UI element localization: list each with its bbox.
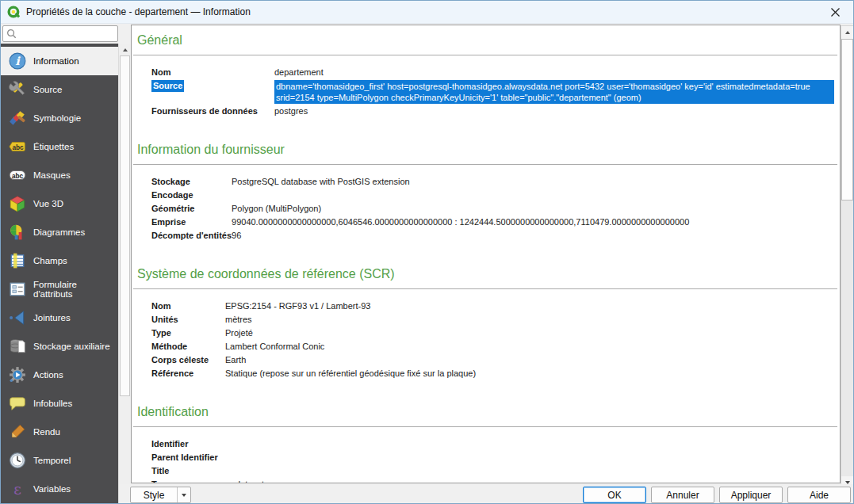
information-panel: Général Nom departement Source dbname='t… xyxy=(131,25,841,483)
section-divider xyxy=(133,426,837,427)
row-value xyxy=(236,451,264,464)
row-value: 96 xyxy=(232,229,689,242)
rendering-icon xyxy=(9,423,26,441)
content-scrollbar[interactable] xyxy=(841,25,854,490)
table-row: Identifier xyxy=(151,437,264,451)
row-value: PostgreSQL database with PostGIS extensi… xyxy=(232,175,689,189)
cancel-button[interactable]: Annuler xyxy=(651,487,714,503)
row-value: departement xyxy=(274,66,834,79)
scrollbar-up-icon[interactable] xyxy=(841,26,853,39)
fields-icon xyxy=(9,252,26,269)
section-crs: Système de coordonnées de référence (SCR… xyxy=(132,267,840,380)
sidebar-item-joins[interactable]: Jointures xyxy=(1,304,118,332)
table-row: MéthodeLambert Conformal Conic xyxy=(151,340,476,353)
row-value: dataset xyxy=(236,478,264,483)
sidebar-item-labels[interactable]: abc Étiquettes xyxy=(1,132,118,161)
section-identification: Identification Identifier Parent Identif… xyxy=(132,405,840,483)
table-row: Décompte d'entités96 xyxy=(151,229,689,242)
sidebar-item-label: Champs xyxy=(33,256,67,265)
row-label: Unités xyxy=(151,313,225,326)
information-icon: i xyxy=(9,52,26,70)
row-value: EPSG:2154 - RGF93 v1 / Lambert-93 xyxy=(225,300,476,313)
sidebar-item-label: Actions xyxy=(33,370,63,380)
sidebar-item-label: Vue 3D xyxy=(33,199,63,208)
style-button-label: Style xyxy=(131,490,177,501)
general-table: Nom departement Source dbname='thomasidg… xyxy=(151,66,834,118)
table-row: Encodage xyxy=(151,189,689,202)
attributes-form-icon xyxy=(9,281,26,298)
sidebar-item-label: Symbologie xyxy=(33,113,81,123)
source-icon xyxy=(9,81,26,98)
sidebar-item-auxiliary-storage[interactable]: Stockage auxiliaire xyxy=(1,332,118,361)
row-value: Statique (repose sur un référentiel géod… xyxy=(225,367,476,380)
table-row: GéométriePolygon (MultiPolygon) xyxy=(151,202,689,216)
close-button[interactable] xyxy=(817,1,853,24)
sidebar-item-fields[interactable]: Champs xyxy=(1,246,118,275)
identification-table: Identifier Parent Identifier Title Typed… xyxy=(151,437,264,483)
joins-icon xyxy=(9,309,26,326)
table-row: RéférenceStatique (repose sur un référen… xyxy=(151,367,476,380)
row-label: Title xyxy=(151,464,236,478)
sidebar-item-attributes-form[interactable]: Formulaire d'attributs xyxy=(1,275,118,304)
apply-button[interactable]: Appliquer xyxy=(719,487,783,503)
row-value xyxy=(236,437,264,451)
sidebar-item-label: Stockage auxiliaire xyxy=(33,342,110,351)
row-label: Fournisseurs de données xyxy=(151,105,274,118)
titlebar: Propriétés de la couche - departement — … xyxy=(1,1,853,24)
search-icon xyxy=(6,29,17,39)
sidebar-item-3d-view[interactable]: Vue 3D xyxy=(1,189,118,218)
row-value: 99040.0000000000000000,6046546.000000000… xyxy=(232,216,689,229)
properties-sidebar: i Information Source Symbologie abc xyxy=(1,44,118,504)
row-label: Corps céleste xyxy=(151,353,225,367)
sidebar-item-label: Masques xyxy=(33,170,71,180)
table-row: Title xyxy=(151,464,264,478)
sidebar-item-label: Rendu xyxy=(33,427,60,437)
close-icon xyxy=(831,8,840,17)
table-row: Unitésmètres xyxy=(151,313,476,326)
symbology-icon xyxy=(9,109,26,127)
masks-icon: abc xyxy=(9,166,26,184)
ok-button[interactable]: OK xyxy=(583,487,646,503)
actions-icon xyxy=(9,366,26,384)
sidebar-search xyxy=(2,25,118,42)
sidebar-item-actions[interactable]: Actions xyxy=(1,361,118,389)
row-label: Emprise xyxy=(151,216,232,229)
table-row: Parent Identifier xyxy=(151,451,264,464)
section-provider: Information du fournisseur StockagePostg… xyxy=(132,143,840,242)
sidebar-item-label: Variables xyxy=(33,484,71,494)
temporal-icon xyxy=(9,452,26,469)
table-row: Nom departement xyxy=(151,66,834,79)
row-label: Décompte d'entités xyxy=(151,229,232,242)
sidebar-item-temporal[interactable]: Temporel xyxy=(1,446,118,475)
search-input[interactable] xyxy=(20,29,114,39)
sidebar-item-source[interactable]: Source xyxy=(1,75,118,104)
sidebar-item-tooltips[interactable]: Infobulles xyxy=(1,389,118,418)
style-menu-button[interactable]: Style xyxy=(130,487,191,503)
section-divider xyxy=(133,55,837,55)
svg-text:abc: abc xyxy=(12,144,24,151)
table-row-selected: Source dbname='thomasidgeo_first' host=p… xyxy=(151,79,834,105)
row-value xyxy=(236,464,264,478)
sidebar-item-masks[interactable]: abc Masques xyxy=(1,161,118,189)
sidebar-item-symbology[interactable]: Symbologie xyxy=(1,104,118,132)
row-label: Type xyxy=(151,478,236,483)
row-label: Type xyxy=(151,326,225,340)
table-row: StockagePostgreSQL database with PostGIS… xyxy=(151,175,689,189)
table-row: Corps célesteEarth xyxy=(151,353,476,367)
content-scrollbar-thumb[interactable] xyxy=(841,39,853,200)
svg-text:abc: abc xyxy=(11,173,23,180)
sidebar-item-variables[interactable]: ε Variables xyxy=(1,475,118,503)
sidebar-item-diagrams[interactable]: Diagrammes xyxy=(1,218,118,246)
row-value: mètres xyxy=(225,313,476,326)
help-button[interactable]: Aide xyxy=(787,487,851,503)
variables-icon: ε xyxy=(9,480,26,498)
chevron-down-icon xyxy=(177,487,190,502)
sidebar-item-information[interactable]: i Information xyxy=(1,47,118,75)
sidebar-item-rendering[interactable]: Rendu xyxy=(1,418,118,446)
scrollbar-up-icon[interactable] xyxy=(119,44,131,55)
sidebar-item-label: Étiquettes xyxy=(33,142,74,151)
sidebar-scrollbar-thumb[interactable] xyxy=(120,55,130,396)
sidebar-scrollbar[interactable] xyxy=(118,44,131,504)
sidebar-item-label: Information xyxy=(33,56,79,66)
dialog-button-bar: Style OK Annuler Appliquer Aide xyxy=(119,484,854,504)
